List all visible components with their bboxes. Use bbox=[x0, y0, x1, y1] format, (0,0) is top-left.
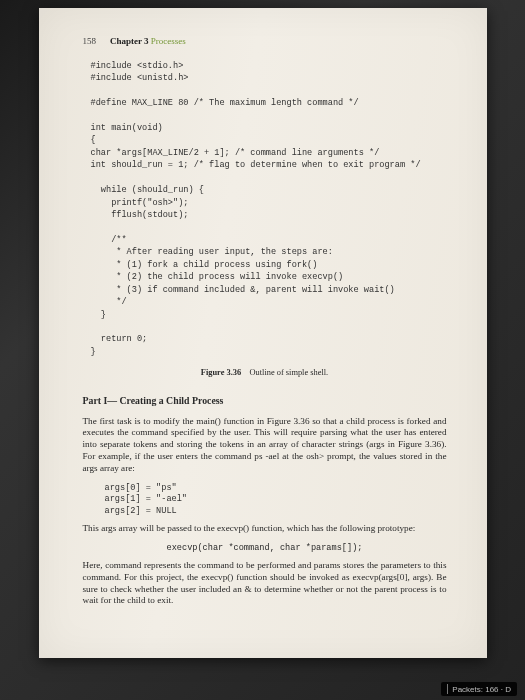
paragraph-2: This args array will be passed to the ex… bbox=[83, 523, 447, 535]
figure-label: Figure 3.36 bbox=[201, 368, 241, 377]
paragraph-1: The first task is to modify the main() f… bbox=[83, 416, 447, 475]
prototype-line: execvp(char *command, char *params[]); bbox=[83, 543, 447, 554]
chapter-title: Processes bbox=[151, 36, 186, 46]
page-header: 158 Chapter 3 Processes bbox=[83, 36, 447, 48]
status-text: Packets: 166 · D bbox=[452, 685, 511, 694]
divider-icon bbox=[447, 684, 448, 694]
textbook-page: 158 Chapter 3 Processes #include <stdio.… bbox=[39, 8, 487, 658]
figure-caption: Figure 3.36 Outline of simple shell. bbox=[83, 368, 447, 379]
status-overlay: Packets: 166 · D bbox=[441, 682, 517, 696]
part-heading: Part I— Creating a Child Process bbox=[83, 395, 447, 408]
photo-frame: 158 Chapter 3 Processes #include <stdio.… bbox=[0, 0, 525, 700]
figure-caption-text: Outline of simple shell. bbox=[250, 368, 329, 377]
chapter-label: Chapter 3 bbox=[110, 36, 149, 46]
args-example: args[0] = "ps" args[1] = "-ael" args[2] … bbox=[105, 483, 447, 518]
paragraph-3: Here, command represents the command to … bbox=[83, 560, 447, 607]
code-listing: #include <stdio.h> #include <unistd.h> #… bbox=[91, 60, 447, 359]
page-number: 158 bbox=[83, 36, 97, 48]
